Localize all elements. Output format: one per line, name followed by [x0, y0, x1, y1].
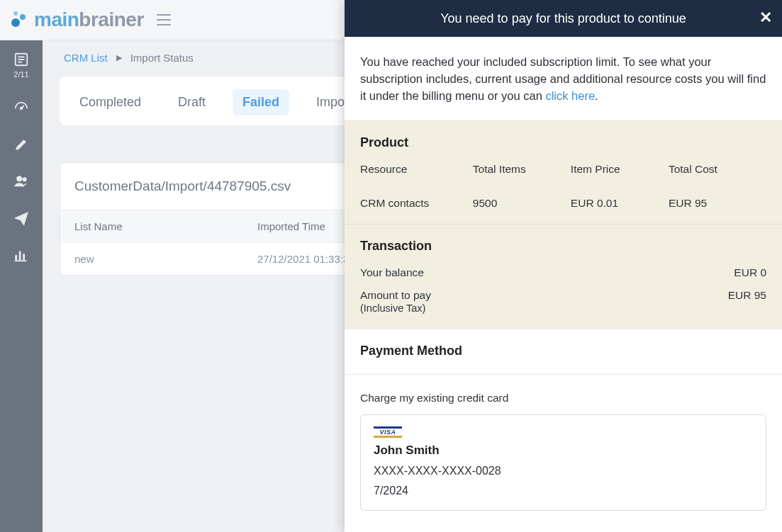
left-rail: 2/11 — [0, 40, 43, 532]
amount-sub: (Inclusive Tax) — [360, 302, 425, 314]
rail-edit[interactable] — [13, 137, 29, 152]
logo-icon — [10, 10, 30, 30]
rail-count: 2/11 — [13, 70, 28, 79]
panel-body: You have reached your included subscript… — [345, 37, 782, 532]
col-resource: Resource — [360, 163, 473, 176]
charge-existing-label: Charge my existing credit card — [357, 375, 769, 414]
col-total-items: Total Items — [473, 163, 571, 176]
panel-header: You need to pay for this product to cont… — [345, 0, 782, 37]
svg-point-6 — [17, 176, 22, 181]
card-holder: John Smith — [374, 443, 753, 458]
product-title: Product — [360, 135, 766, 150]
add-new-card-link[interactable]: Add new card — [357, 511, 769, 532]
paper-plane-icon — [13, 210, 29, 226]
val-total-cost: EUR 95 — [669, 197, 766, 210]
rail-analytics[interactable] — [13, 247, 29, 263]
tab-completed[interactable]: Completed — [69, 89, 151, 115]
gauge-icon — [13, 100, 29, 115]
col-total-cost: Total Cost — [669, 163, 766, 176]
breadcrumb-crm-list[interactable]: CRM List — [64, 52, 108, 64]
payment-method-title: Payment Method — [357, 344, 769, 358]
val-total-items: 9500 — [473, 197, 571, 210]
transaction-section: Transaction Your balance EUR 0 Amount to… — [345, 224, 782, 329]
tab-failed[interactable]: Failed — [233, 89, 289, 115]
rail-checklist[interactable]: 2/11 — [13, 52, 29, 79]
col-list-name: List Name — [74, 220, 257, 232]
cell-list-name: new — [74, 253, 257, 265]
bar-chart-icon — [13, 247, 29, 263]
panel-title: You need to pay for this product to cont… — [440, 11, 686, 26]
hamburger-icon[interactable] — [157, 14, 171, 26]
col-item-price: Item Price — [571, 163, 669, 176]
val-resource: CRM contacts — [360, 197, 473, 210]
val-item-price: EUR 0.01 — [571, 197, 669, 210]
svg-line-5 — [21, 106, 24, 108]
click-here-link[interactable]: click here — [545, 89, 595, 102]
card-expiry: 7/2024 — [374, 485, 753, 497]
credit-card-box[interactable]: VISA John Smith XXXX-XXXX-XXXX-0028 7/20… — [360, 414, 766, 511]
panel-intro: You have reached your included subscript… — [345, 37, 782, 120]
transaction-title: Transaction — [360, 239, 766, 254]
rail-send[interactable] — [13, 210, 29, 226]
balance-label: Your balance — [360, 266, 424, 279]
logo-text-main: main — [34, 9, 79, 31]
breadcrumb-current: Import Status — [130, 52, 194, 64]
app-logo: mainbrainer — [10, 9, 144, 31]
chevron-right-icon: ▶ — [116, 53, 122, 62]
svg-point-7 — [23, 178, 27, 182]
visa-icon: VISA — [374, 426, 402, 438]
users-icon — [13, 174, 29, 189]
payment-method-section: Payment Method Charge my existing credit… — [345, 329, 782, 532]
balance-value: EUR 0 — [734, 266, 766, 279]
card-number: XXXX-XXXX-XXXX-0028 — [374, 465, 753, 477]
rail-users[interactable] — [13, 174, 29, 189]
amount-value: EUR 95 — [728, 289, 766, 315]
rail-dashboard[interactable] — [13, 100, 29, 115]
checklist-icon — [13, 52, 29, 67]
tab-draft[interactable]: Draft — [168, 89, 216, 115]
intro-text-b: . — [595, 89, 598, 102]
amount-label: Amount to pay — [360, 289, 431, 301]
close-icon[interactable]: ✕ — [759, 9, 772, 27]
product-section: Product Resource Total Items Item Price … — [345, 120, 782, 224]
logo-text-sub: brainer — [79, 9, 143, 31]
payment-panel: You need to pay for this product to cont… — [345, 0, 782, 532]
pencil-icon — [13, 137, 29, 152]
